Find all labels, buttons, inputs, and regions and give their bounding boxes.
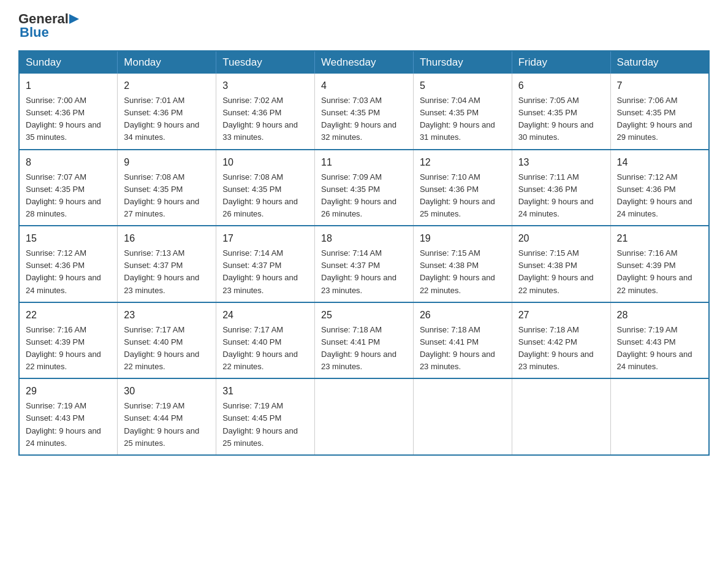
day-number: 10 <box>222 155 308 170</box>
calendar-day-cell: 6 Sunrise: 7:05 AMSunset: 4:35 PMDayligh… <box>512 74 610 150</box>
page-header: General Blue <box>18 12 710 39</box>
day-number: 13 <box>518 155 604 170</box>
calendar-day-cell: 12 Sunrise: 7:10 AMSunset: 4:36 PMDaylig… <box>413 150 512 226</box>
day-number: 11 <box>321 155 407 170</box>
day-info: Sunrise: 7:19 AMSunset: 4:44 PMDaylight:… <box>124 401 199 447</box>
day-number: 14 <box>617 155 702 170</box>
day-info: Sunrise: 7:12 AMSunset: 4:36 PMDaylight:… <box>26 248 101 294</box>
calendar-day-cell: 30 Sunrise: 7:19 AMSunset: 4:44 PMDaylig… <box>118 378 216 455</box>
day-number: 22 <box>26 308 111 323</box>
day-info: Sunrise: 7:08 AMSunset: 4:35 PMDaylight:… <box>124 172 199 218</box>
day-info: Sunrise: 7:14 AMSunset: 4:37 PMDaylight:… <box>321 248 396 294</box>
day-of-week-header: Saturday <box>610 51 709 74</box>
day-number: 4 <box>321 79 407 93</box>
calendar-day-cell: 28 Sunrise: 7:19 AMSunset: 4:43 PMDaylig… <box>610 302 709 379</box>
logo-general: General <box>18 12 69 26</box>
day-info: Sunrise: 7:17 AMSunset: 4:40 PMDaylight:… <box>124 325 199 371</box>
day-info: Sunrise: 7:17 AMSunset: 4:40 PMDaylight:… <box>222 325 298 371</box>
calendar-day-cell: 7 Sunrise: 7:06 AMSunset: 4:35 PMDayligh… <box>610 74 709 150</box>
calendar-day-cell: 26 Sunrise: 7:18 AMSunset: 4:41 PMDaylig… <box>413 302 512 379</box>
day-info: Sunrise: 7:09 AMSunset: 4:35 PMDaylight:… <box>321 172 396 218</box>
day-number: 23 <box>124 308 210 323</box>
day-number: 29 <box>26 384 111 399</box>
day-number: 6 <box>518 79 604 93</box>
logo-blue: Blue <box>20 26 49 39</box>
day-of-week-header: Thursday <box>413 51 512 74</box>
calendar-day-cell: 16 Sunrise: 7:13 AMSunset: 4:37 PMDaylig… <box>118 226 216 302</box>
day-info: Sunrise: 7:06 AMSunset: 4:35 PMDaylight:… <box>617 96 692 142</box>
calendar-day-cell: 21 Sunrise: 7:16 AMSunset: 4:39 PMDaylig… <box>610 226 709 302</box>
calendar-day-cell: 14 Sunrise: 7:12 AMSunset: 4:36 PMDaylig… <box>610 150 709 226</box>
day-number: 25 <box>321 308 407 323</box>
day-number: 21 <box>617 231 702 246</box>
day-number: 8 <box>26 155 111 170</box>
calendar-week-row: 22 Sunrise: 7:16 AMSunset: 4:39 PMDaylig… <box>19 302 709 379</box>
day-info: Sunrise: 7:19 AMSunset: 4:43 PMDaylight:… <box>26 401 101 447</box>
day-info: Sunrise: 7:19 AMSunset: 4:43 PMDaylight:… <box>617 325 692 371</box>
day-number: 27 <box>518 308 604 323</box>
day-number: 7 <box>617 79 702 93</box>
calendar-day-cell: 15 Sunrise: 7:12 AMSunset: 4:36 PMDaylig… <box>19 226 118 302</box>
day-info: Sunrise: 7:00 AMSunset: 4:36 PMDaylight:… <box>26 96 101 142</box>
calendar-day-cell: 18 Sunrise: 7:14 AMSunset: 4:37 PMDaylig… <box>315 226 414 302</box>
day-number: 1 <box>26 79 111 93</box>
day-number: 5 <box>420 79 506 93</box>
calendar-week-row: 1 Sunrise: 7:00 AMSunset: 4:36 PMDayligh… <box>19 74 709 150</box>
calendar-day-cell: 25 Sunrise: 7:18 AMSunset: 4:41 PMDaylig… <box>315 302 414 379</box>
calendar-day-cell: 8 Sunrise: 7:07 AMSunset: 4:35 PMDayligh… <box>19 150 118 226</box>
calendar-day-cell <box>512 378 610 455</box>
day-number: 15 <box>26 231 111 246</box>
calendar-day-cell: 4 Sunrise: 7:03 AMSunset: 4:35 PMDayligh… <box>315 74 414 150</box>
day-info: Sunrise: 7:10 AMSunset: 4:36 PMDaylight:… <box>420 172 495 218</box>
day-number: 2 <box>124 79 210 93</box>
day-info: Sunrise: 7:18 AMSunset: 4:41 PMDaylight:… <box>420 325 495 371</box>
day-number: 31 <box>222 384 308 399</box>
day-info: Sunrise: 7:15 AMSunset: 4:38 PMDaylight:… <box>420 248 495 294</box>
day-number: 12 <box>420 155 506 170</box>
day-info: Sunrise: 7:03 AMSunset: 4:35 PMDaylight:… <box>321 96 396 142</box>
day-info: Sunrise: 7:18 AMSunset: 4:41 PMDaylight:… <box>321 325 396 371</box>
day-of-week-header: Wednesday <box>315 51 414 74</box>
day-info: Sunrise: 7:12 AMSunset: 4:36 PMDaylight:… <box>617 172 692 218</box>
day-info: Sunrise: 7:16 AMSunset: 4:39 PMDaylight:… <box>617 248 692 294</box>
calendar-day-cell: 24 Sunrise: 7:17 AMSunset: 4:40 PMDaylig… <box>216 302 315 379</box>
logo: General Blue <box>18 12 79 39</box>
calendar-day-cell: 31 Sunrise: 7:19 AMSunset: 4:45 PMDaylig… <box>216 378 315 455</box>
calendar-day-cell: 11 Sunrise: 7:09 AMSunset: 4:35 PMDaylig… <box>315 150 414 226</box>
day-info: Sunrise: 7:19 AMSunset: 4:45 PMDaylight:… <box>222 401 298 447</box>
calendar-day-cell: 22 Sunrise: 7:16 AMSunset: 4:39 PMDaylig… <box>19 302 118 379</box>
calendar-day-cell: 23 Sunrise: 7:17 AMSunset: 4:40 PMDaylig… <box>118 302 216 379</box>
day-info: Sunrise: 7:04 AMSunset: 4:35 PMDaylight:… <box>420 96 495 142</box>
day-number: 9 <box>124 155 210 170</box>
day-number: 19 <box>420 231 506 246</box>
calendar-day-cell: 10 Sunrise: 7:08 AMSunset: 4:35 PMDaylig… <box>216 150 315 226</box>
calendar-day-cell: 17 Sunrise: 7:14 AMSunset: 4:37 PMDaylig… <box>216 226 315 302</box>
calendar-day-cell: 2 Sunrise: 7:01 AMSunset: 4:36 PMDayligh… <box>118 74 216 150</box>
day-of-week-header: Friday <box>512 51 610 74</box>
day-number: 18 <box>321 231 407 246</box>
calendar-day-cell: 5 Sunrise: 7:04 AMSunset: 4:35 PMDayligh… <box>413 74 512 150</box>
day-info: Sunrise: 7:13 AMSunset: 4:37 PMDaylight:… <box>124 248 199 294</box>
calendar-day-cell: 13 Sunrise: 7:11 AMSunset: 4:36 PMDaylig… <box>512 150 610 226</box>
calendar-day-cell: 3 Sunrise: 7:02 AMSunset: 4:36 PMDayligh… <box>216 74 315 150</box>
calendar-day-cell: 27 Sunrise: 7:18 AMSunset: 4:42 PMDaylig… <box>512 302 610 379</box>
calendar-day-cell <box>610 378 709 455</box>
day-of-week-header: Monday <box>118 51 216 74</box>
day-info: Sunrise: 7:15 AMSunset: 4:38 PMDaylight:… <box>518 248 594 294</box>
calendar-header-row: SundayMondayTuesdayWednesdayThursdayFrid… <box>19 51 709 74</box>
calendar-week-row: 29 Sunrise: 7:19 AMSunset: 4:43 PMDaylig… <box>19 378 709 455</box>
day-number: 3 <box>222 79 308 93</box>
day-number: 30 <box>124 384 210 399</box>
day-info: Sunrise: 7:11 AMSunset: 4:36 PMDaylight:… <box>518 172 594 218</box>
day-number: 24 <box>222 308 308 323</box>
calendar-day-cell: 19 Sunrise: 7:15 AMSunset: 4:38 PMDaylig… <box>413 226 512 302</box>
day-number: 16 <box>124 231 210 246</box>
day-info: Sunrise: 7:05 AMSunset: 4:35 PMDaylight:… <box>518 96 594 142</box>
day-number: 26 <box>420 308 506 323</box>
day-number: 20 <box>518 231 604 246</box>
day-of-week-header: Sunday <box>19 51 118 74</box>
day-info: Sunrise: 7:01 AMSunset: 4:36 PMDaylight:… <box>124 96 199 142</box>
day-info: Sunrise: 7:14 AMSunset: 4:37 PMDaylight:… <box>222 248 298 294</box>
calendar-week-row: 15 Sunrise: 7:12 AMSunset: 4:36 PMDaylig… <box>19 226 709 302</box>
logo-triangle-icon <box>69 13 79 25</box>
